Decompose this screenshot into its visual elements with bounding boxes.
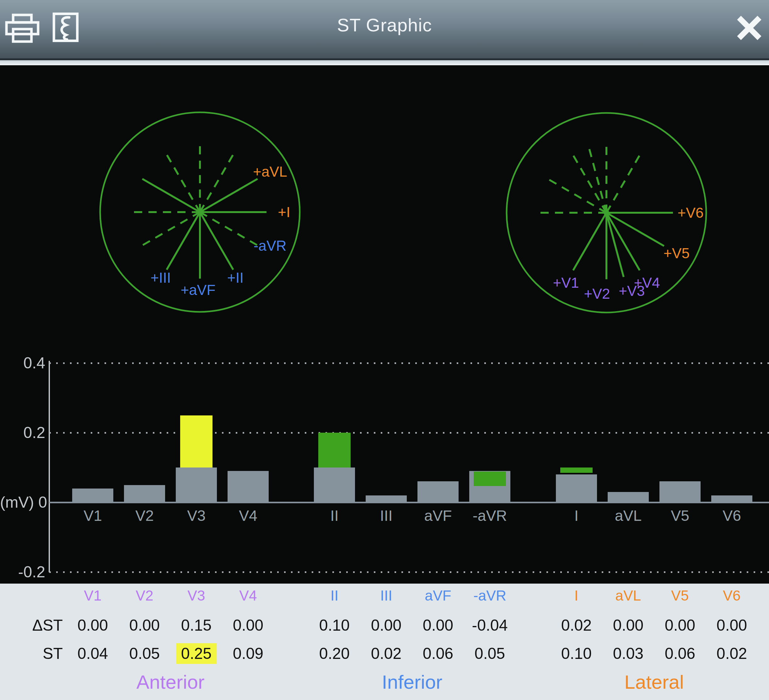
st-value-III: 0.02 bbox=[371, 644, 401, 663]
gridline-0.4 bbox=[49, 363, 769, 364]
st-row-label: ST bbox=[0, 644, 63, 663]
table-header-V3: V3 bbox=[187, 587, 205, 604]
delta-st-value-V2: 0.00 bbox=[129, 616, 160, 634]
delta-st-value-aVF: 0.00 bbox=[423, 616, 453, 634]
delta-st-value-V3: 0.15 bbox=[181, 616, 212, 634]
bar-III bbox=[366, 495, 407, 503]
x-axis-label-V3: V3 bbox=[187, 507, 206, 524]
st-value-V3: 0.25 bbox=[176, 643, 217, 664]
x-axis-label-aVF: aVF bbox=[424, 507, 452, 524]
st-graphic-window: ST Graphic +aVL+I-aVR+II+aVF+III +V6+V5+… bbox=[0, 0, 769, 700]
table-header-aVL: aVL bbox=[616, 587, 641, 604]
st-value-V2: 0.05 bbox=[129, 644, 160, 663]
delta-st-value-II: 0.10 bbox=[319, 616, 350, 634]
bar-V5 bbox=[660, 481, 701, 503]
st-values-table: ΔST ST V10.000.04V20.000.05V30.150.25V40… bbox=[0, 584, 769, 700]
delta-st-value-V6: 0.00 bbox=[717, 616, 747, 634]
delta-st-value-I: 0.02 bbox=[561, 616, 592, 634]
x-axis-label-III: III bbox=[380, 507, 393, 524]
region-label-lateral: Lateral bbox=[624, 671, 684, 693]
table-header-II: II bbox=[330, 587, 339, 604]
st-value--aVR: 0.05 bbox=[475, 644, 505, 663]
bar-V6 bbox=[711, 495, 752, 503]
bar-aVF bbox=[417, 481, 459, 503]
st-value-II: 0.20 bbox=[319, 644, 350, 663]
table-header-V6: V6 bbox=[723, 587, 740, 604]
bar-segment--aVR bbox=[474, 472, 506, 486]
bar-segment-I bbox=[560, 467, 593, 473]
gridline--0.2 bbox=[49, 572, 769, 573]
x-axis-label-V4: V4 bbox=[239, 507, 257, 524]
bar-aVL bbox=[608, 492, 649, 503]
delta-st-value-V5: 0.00 bbox=[665, 616, 695, 634]
delta-st-value-V4: 0.00 bbox=[233, 616, 263, 634]
st-value-aVF: 0.06 bbox=[423, 644, 453, 663]
y-axis-unit-and-zero-label: (mV) 0 bbox=[0, 493, 45, 511]
x-axis-label-V5: V5 bbox=[671, 507, 689, 524]
table-header-V1: V1 bbox=[84, 587, 101, 604]
table-header-V2: V2 bbox=[135, 587, 153, 604]
delta-st-value-V1: 0.00 bbox=[77, 616, 108, 634]
bar-II bbox=[314, 467, 355, 503]
gridline-0.2 bbox=[49, 432, 769, 433]
x-axis-label-II: II bbox=[330, 507, 339, 524]
x-axis-label-V1: V1 bbox=[84, 507, 102, 524]
st-value-V5: 0.06 bbox=[665, 644, 695, 663]
delta-st-value-aVL: 0.00 bbox=[613, 616, 644, 634]
delta-st-value-III: 0.00 bbox=[371, 616, 401, 634]
table-header-V4: V4 bbox=[239, 587, 257, 604]
bar-segment-II bbox=[318, 433, 351, 467]
y-tick-label--0.2: -0.2 bbox=[0, 563, 45, 581]
y-tick-label-0.4: 0.4 bbox=[0, 354, 45, 372]
table-header-aVF: aVF bbox=[425, 587, 451, 604]
st-value-V6: 0.02 bbox=[717, 644, 747, 663]
delta-st-value--aVR: -0.04 bbox=[472, 616, 508, 634]
x-axis-label-I: I bbox=[574, 507, 579, 524]
x-axis-label-V2: V2 bbox=[135, 507, 154, 524]
st-value-V4: 0.09 bbox=[233, 644, 263, 663]
st-value-V1: 0.04 bbox=[77, 644, 108, 663]
table-header-III: III bbox=[380, 587, 392, 604]
region-label-anterior: Anterior bbox=[136, 671, 204, 693]
x-axis-label--aVR: -aVR bbox=[473, 507, 507, 524]
st-value-aVL: 0.03 bbox=[613, 644, 644, 663]
delta-st-row-label: ΔST bbox=[0, 616, 63, 634]
y-axis-line bbox=[49, 361, 50, 572]
bar-I bbox=[556, 474, 597, 503]
table-header-V5: V5 bbox=[671, 587, 689, 604]
table-header-I: I bbox=[574, 587, 579, 604]
table-header--aVR: -aVR bbox=[473, 587, 506, 604]
x-axis-label-aVL: aVL bbox=[615, 507, 642, 524]
bar-V3 bbox=[176, 467, 217, 503]
bar-segment-V3 bbox=[180, 416, 212, 468]
st-value-I: 0.10 bbox=[561, 644, 592, 663]
bar-V2 bbox=[124, 485, 165, 503]
bar-V4 bbox=[228, 471, 269, 503]
bar-V1 bbox=[72, 488, 113, 503]
region-label-inferior: Inferior bbox=[382, 671, 442, 693]
y-tick-label-0.2: 0.2 bbox=[0, 424, 45, 442]
x-axis-label-V6: V6 bbox=[722, 507, 741, 524]
